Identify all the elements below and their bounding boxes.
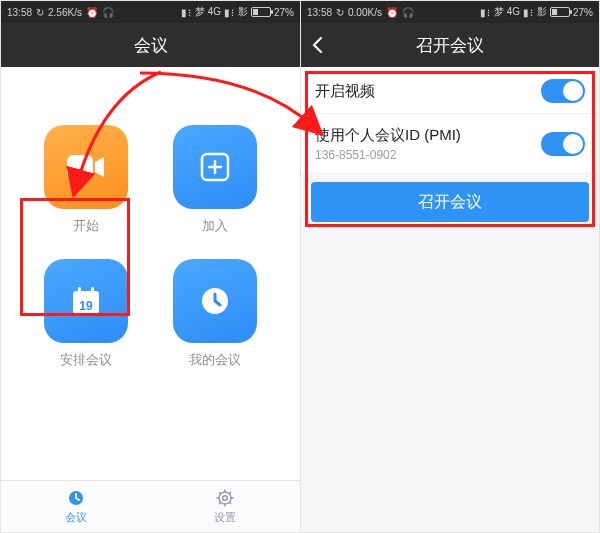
status-carrier-2: 影 xyxy=(537,5,547,19)
tile-mine[interactable]: 我的会议 xyxy=(173,259,257,369)
status-carrier: 梦 4G xyxy=(494,5,520,19)
tile-mine-box[interactable] xyxy=(173,259,257,343)
tile-mine-label: 我的会议 xyxy=(189,351,241,369)
tab-meeting[interactable]: 会议 xyxy=(1,481,151,532)
start-meeting-button[interactable]: 召开会议 xyxy=(311,182,589,222)
pmi-value: 136-8551-0902 xyxy=(315,148,461,162)
page-title: 会议 xyxy=(134,34,168,57)
header: 会议 xyxy=(1,23,300,67)
clock-icon xyxy=(199,285,231,317)
headset-icon: 🎧 xyxy=(102,7,114,18)
tile-schedule[interactable]: 19 安排会议 xyxy=(44,259,128,369)
svg-rect-0 xyxy=(67,155,93,179)
signal-icon: ▮⫶ xyxy=(480,7,491,18)
tab-settings[interactable]: 设置 xyxy=(151,481,301,532)
status-battery: 27% xyxy=(274,7,294,18)
chevron-left-icon xyxy=(311,36,323,54)
page-title: 召开会议 xyxy=(416,34,484,57)
options-panel: 开启视频 使用个人会议ID (PMI) 136-8551-0902 xyxy=(301,67,599,172)
phone-left: 13:58 ↻ 2.56K/s ⏰ 🎧 ▮⫶ 梦 4G ▮⫶ 影 27% 会议 xyxy=(1,1,300,532)
tile-join-label: 加入 xyxy=(202,217,228,235)
header: 召开会议 xyxy=(301,23,599,67)
svg-line-17 xyxy=(219,502,221,504)
status-carrier: 梦 4G xyxy=(195,5,221,19)
svg-rect-3 xyxy=(73,291,99,298)
status-battery: 27% xyxy=(573,7,593,18)
svg-rect-5 xyxy=(91,287,94,294)
start-meeting-button-label: 召开会议 xyxy=(418,192,482,213)
row-use-pmi: 使用个人会议ID (PMI) 136-8551-0902 xyxy=(301,114,599,172)
tab-meeting-label: 会议 xyxy=(65,510,87,525)
svg-point-10 xyxy=(223,496,228,501)
tile-join[interactable]: 加入 xyxy=(173,125,257,235)
svg-line-18 xyxy=(230,492,232,494)
signal-icon-2: ▮⫶ xyxy=(523,7,534,18)
phone-right: 13:58 ↻ 0.00K/s ⏰ 🎧 ▮⫶ 梦 4G ▮⫶ 影 27% xyxy=(300,1,599,532)
svg-line-16 xyxy=(230,502,232,504)
svg-point-9 xyxy=(219,492,231,504)
alarm-icon: ⏰ xyxy=(86,7,98,18)
headset-icon: 🎧 xyxy=(402,7,414,18)
signal-icon-2: ▮⫶ xyxy=(224,7,235,18)
row-enable-video: 开启视频 xyxy=(301,67,599,114)
tile-start[interactable]: 开始 xyxy=(44,125,128,235)
status-carrier-2: 影 xyxy=(238,5,248,19)
status-bar: 13:58 ↻ 2.56K/s ⏰ 🎧 ▮⫶ 梦 4G ▮⫶ 影 27% xyxy=(1,1,300,23)
alarm-icon: ⏰ xyxy=(386,7,398,18)
svg-line-15 xyxy=(219,492,221,494)
svg-rect-4 xyxy=(78,287,81,294)
calendar-icon: 19 xyxy=(70,285,102,317)
use-pmi-label: 使用个人会议ID (PMI) xyxy=(315,126,461,145)
enable-video-toggle[interactable] xyxy=(541,79,585,103)
clock-icon xyxy=(67,488,85,508)
battery-icon xyxy=(550,7,570,17)
status-bar: 13:58 ↻ 0.00K/s ⏰ 🎧 ▮⫶ 梦 4G ▮⫶ 影 27% xyxy=(301,1,599,23)
sync-icon: ↻ xyxy=(36,7,44,18)
svg-text:19: 19 xyxy=(79,299,93,313)
status-time: 13:58 xyxy=(307,7,332,18)
battery-icon xyxy=(251,7,271,17)
plus-square-icon xyxy=(200,152,230,182)
status-netspeed: 0.00K/s xyxy=(348,7,382,18)
tab-bar: 会议 设置 xyxy=(1,480,300,532)
tile-join-box[interactable] xyxy=(173,125,257,209)
status-netspeed: 2.56K/s xyxy=(48,7,82,18)
signal-icon: ▮⫶ xyxy=(181,7,192,18)
tile-schedule-label: 安排会议 xyxy=(60,351,112,369)
tile-start-label: 开始 xyxy=(73,217,99,235)
tile-start-box[interactable] xyxy=(44,125,128,209)
status-time: 13:58 xyxy=(7,7,32,18)
tile-schedule-box[interactable]: 19 xyxy=(44,259,128,343)
enable-video-label: 开启视频 xyxy=(315,82,375,101)
video-camera-icon xyxy=(66,154,106,180)
back-button[interactable] xyxy=(311,23,323,67)
sync-icon: ↻ xyxy=(336,7,344,18)
tile-grid: 开始 加入 xyxy=(1,67,300,369)
tab-settings-label: 设置 xyxy=(214,510,236,525)
use-pmi-toggle[interactable] xyxy=(541,132,585,156)
gear-icon xyxy=(216,488,234,508)
